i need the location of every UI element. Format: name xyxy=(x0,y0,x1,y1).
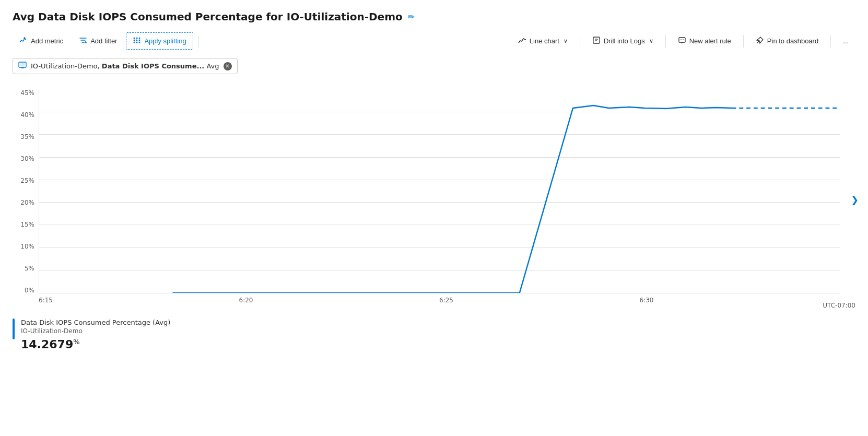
page-title: Avg Data Disk IOPS Consumed Percentage f… xyxy=(13,10,403,23)
add-metric-label: Add metric xyxy=(31,37,63,45)
title-row: Avg Data Disk IOPS Consumed Percentage f… xyxy=(13,10,855,23)
chart-container: 0% 5% 10% 15% 20% 25% 30% 35% 40% 45% xyxy=(13,90,855,309)
line-chart-chevron: ∨ xyxy=(564,38,568,44)
chart-area: 0% 5% 10% 15% 20% 25% 30% 35% 40% 45% xyxy=(13,90,855,309)
y-label-35: 35% xyxy=(13,134,39,140)
new-alert-label: New alert rule xyxy=(689,37,731,45)
toolbar: Add metric Add filter Apply splitting Li… xyxy=(13,32,855,50)
apply-splitting-label: Apply splitting xyxy=(144,37,186,45)
legend-text: Data Disk IOPS Consumed Percentage (Avg)… xyxy=(21,319,170,351)
y-axis: 0% 5% 10% 15% 20% 25% 30% 35% 40% 45% xyxy=(13,90,39,293)
x-label-630: 6:30 xyxy=(640,297,654,304)
line-chart-button[interactable]: Line chart ∨ xyxy=(511,32,574,50)
svg-point-8 xyxy=(136,40,138,41)
svg-rect-13 xyxy=(593,37,600,43)
new-alert-button[interactable]: New alert rule xyxy=(671,32,738,50)
pin-dashboard-label: Pin to dashboard xyxy=(767,37,818,45)
metric-pill: IO-Utilization-Demo, Data Disk IOPS Cons… xyxy=(13,58,238,74)
legend-color-bar xyxy=(13,319,15,339)
utc-label: UTC-07:00 xyxy=(823,302,855,309)
line-chart-label: Line chart xyxy=(530,37,559,45)
drill-logs-chevron: ∨ xyxy=(649,38,653,44)
pin-dashboard-button[interactable]: Pin to dashboard xyxy=(749,32,825,50)
svg-point-12 xyxy=(139,42,140,43)
drill-logs-button[interactable]: Drill into Logs ∨ xyxy=(585,32,660,50)
svg-point-4 xyxy=(134,38,135,39)
y-label-10: 10% xyxy=(13,243,39,250)
chevron-right-icon[interactable]: ❯ xyxy=(851,194,859,205)
toolbar-separator-4 xyxy=(743,35,744,48)
add-filter-icon xyxy=(79,36,87,46)
toolbar-separator-5 xyxy=(830,35,831,48)
toolbar-separator-2 xyxy=(580,35,580,48)
legend-resource: IO-Utilization-Demo xyxy=(21,327,170,335)
x-label-615: 6:15 xyxy=(39,297,53,304)
x-label-625: 6:25 xyxy=(439,297,453,304)
pill-vm-name: IO-Utilization-Demo, Data Disk IOPS Cons… xyxy=(31,62,219,70)
svg-point-7 xyxy=(136,38,138,39)
drill-logs-label: Drill into Logs xyxy=(604,37,645,45)
y-label-30: 30% xyxy=(13,156,39,162)
pin-icon xyxy=(756,36,764,46)
svg-point-5 xyxy=(134,40,135,41)
legend-metric-name: Data Disk IOPS Consumed Percentage (Avg) xyxy=(21,319,170,326)
chart-svg xyxy=(39,90,840,293)
svg-point-9 xyxy=(136,42,138,43)
y-label-25: 25% xyxy=(13,178,39,184)
svg-line-19 xyxy=(757,41,759,43)
pill-close-button[interactable]: ✕ xyxy=(224,62,232,70)
svg-rect-16 xyxy=(679,38,685,42)
y-label-0: 0% xyxy=(13,287,39,293)
chart-plot xyxy=(39,90,840,293)
y-label-5: 5% xyxy=(13,265,39,272)
legend-area: Data Disk IOPS Consumed Percentage (Avg)… xyxy=(13,314,855,351)
add-metric-button[interactable]: Add metric xyxy=(13,32,70,50)
chart-solid-line xyxy=(173,105,732,293)
add-filter-button[interactable]: Add filter xyxy=(72,32,124,50)
alert-icon xyxy=(678,36,686,46)
vm-icon xyxy=(18,61,27,71)
x-label-620: 6:20 xyxy=(239,297,253,304)
y-label-40: 40% xyxy=(13,112,39,118)
apply-splitting-button[interactable]: Apply splitting xyxy=(126,32,193,50)
toolbar-separator-1 xyxy=(198,35,199,48)
svg-point-11 xyxy=(139,40,140,41)
svg-rect-21 xyxy=(20,63,25,66)
y-label-45: 45% xyxy=(13,90,39,96)
y-label-20: 20% xyxy=(13,199,39,206)
add-filter-label: Add filter xyxy=(90,37,117,45)
svg-point-10 xyxy=(139,38,140,39)
more-button[interactable]: ... xyxy=(836,33,855,49)
toolbar-right: Line chart ∨ Drill into Logs ∨ New alert… xyxy=(511,32,855,50)
line-chart-icon xyxy=(518,36,526,46)
legend-value: 14.2679% xyxy=(21,338,170,351)
x-axis: 6:15 6:20 6:25 6:30 xyxy=(39,293,840,309)
splitting-icon xyxy=(133,36,141,46)
more-label: ... xyxy=(843,37,849,45)
svg-point-6 xyxy=(134,42,135,43)
add-metric-icon xyxy=(19,36,28,46)
edit-icon[interactable]: ✏ xyxy=(408,12,415,22)
toolbar-separator-3 xyxy=(665,35,666,48)
y-label-15: 15% xyxy=(13,221,39,228)
drill-logs-icon xyxy=(592,36,601,46)
